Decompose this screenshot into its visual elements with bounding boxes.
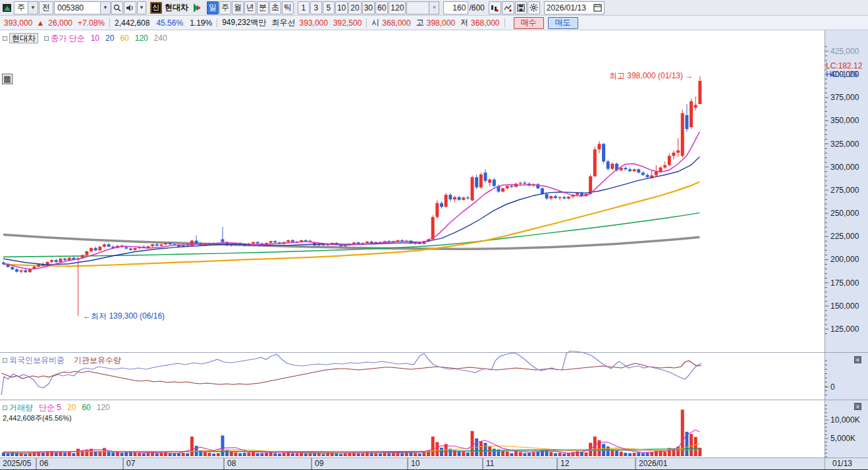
volume-bar [440, 448, 443, 456]
volume-bar [479, 441, 483, 456]
volume-bar [620, 452, 623, 456]
period-button-틱[interactable]: 틱 [282, 1, 294, 14]
close-volume-pane-icon[interactable]: × [854, 403, 861, 410]
gear-icon [529, 3, 538, 12]
period-button-월[interactable]: 월 [232, 1, 244, 14]
data-grid-icon[interactable]: ▦ [2, 74, 13, 84]
volume-bar [111, 452, 115, 456]
volume-bar [186, 453, 189, 456]
search-button[interactable] [111, 1, 123, 14]
volume-bar [182, 453, 185, 456]
interval-button-5[interactable]: 5 [323, 1, 335, 14]
month-label: 07 [126, 459, 136, 468]
high-annotation: 최고 398,000 (01/13) → [609, 71, 693, 80]
volume-bar [63, 453, 67, 456]
candle-body [90, 248, 93, 251]
volume-tick-label: 5,000K [830, 434, 855, 443]
volume-bar [20, 454, 23, 456]
lc-hc-readout: LC:182.12 HC:-1.26 [826, 62, 862, 79]
period-button-주[interactable]: 주 [219, 1, 231, 14]
volume-bar [633, 453, 636, 456]
period-button-초[interactable]: 초 [269, 1, 281, 14]
candle-body [466, 197, 470, 198]
chevron-down-icon[interactable]: ▼ [100, 2, 110, 14]
volume-bar [554, 453, 557, 456]
volume-bar [418, 454, 421, 456]
chevron-down-icon[interactable]: ▼ [28, 2, 38, 14]
price-tick-label: 325,000 [830, 140, 859, 149]
best-bid: 393,000 [300, 18, 328, 28]
new-stock-badge: 신 [150, 2, 162, 14]
candle-body [151, 244, 154, 246]
candle-body [458, 197, 461, 199]
volume-bar [361, 453, 364, 456]
sound-dropdown[interactable]: ▼ [137, 1, 146, 14]
volume-bar [278, 454, 281, 456]
candle-body [510, 186, 513, 187]
mid-zero-label: 0 [830, 382, 835, 392]
sell-button[interactable]: 매도 [548, 17, 578, 29]
candle-body [659, 167, 663, 171]
candle-body [304, 240, 308, 241]
stock-code-combo[interactable]: 005380 ▼ [54, 1, 111, 14]
volume-bar [116, 452, 119, 456]
candle-body [681, 113, 684, 156]
volume-bar [584, 452, 587, 456]
candle-body [20, 271, 23, 272]
interval-button-120[interactable]: 120 [389, 1, 406, 14]
candle-body [273, 241, 277, 242]
empty-combo[interactable]: ▼ [406, 1, 439, 14]
volume-bar [400, 453, 404, 456]
buy-button[interactable]: 매수 [514, 17, 544, 29]
hc-value: HC:-1.26 [826, 70, 862, 79]
interval-button-10[interactable]: 10 [335, 1, 348, 14]
volume-bar [260, 453, 263, 456]
volume-bar [68, 452, 71, 456]
volume-bar [283, 453, 286, 456]
candle-body [159, 244, 163, 246]
volume-bar [532, 452, 535, 456]
period-button-일[interactable]: 일 [207, 1, 219, 14]
volume-bar [159, 453, 163, 456]
interval-button-60[interactable]: 60 [375, 1, 388, 14]
volume-bar [624, 453, 627, 456]
volume-bar [431, 436, 435, 456]
volume-bar [296, 453, 299, 456]
volume-bar [225, 450, 229, 456]
jeon-button[interactable]: 전 [39, 1, 53, 14]
interval-button-1[interactable]: 1 [298, 1, 310, 14]
volume-bar [317, 454, 321, 456]
interval-button-20[interactable]: 20 [348, 1, 361, 14]
volume-bar [7, 453, 10, 456]
candle-body [55, 260, 58, 262]
candle-body [445, 195, 448, 207]
price-chart[interactable]: 400,000375,000350,000325,000300,000275,0… [0, 30, 868, 470]
volume-bar [681, 409, 684, 456]
chevron-down-icon[interactable]: ▼ [429, 2, 439, 14]
volume-bar [252, 452, 255, 456]
volume-bar [501, 451, 504, 456]
close-holdings-pane-icon[interactable]: × [854, 356, 861, 363]
period-type-combo[interactable]: 주 ▼ [14, 1, 38, 14]
sound-button[interactable] [124, 1, 136, 14]
volume-bar [528, 453, 531, 456]
candle-body [107, 244, 111, 247]
indicator-add-button[interactable] [502, 1, 514, 14]
period-button-분[interactable]: 분 [257, 1, 269, 14]
interval-button-3[interactable]: 3 [310, 1, 322, 14]
date-input[interactable]: 2026/01/13 [544, 1, 605, 14]
interval-button-30[interactable]: 30 [362, 1, 375, 14]
volume-bar [138, 453, 141, 456]
period-button-년[interactable]: 년 [244, 1, 256, 14]
volume-bar [641, 453, 645, 456]
stock-name: 현대차 [163, 2, 190, 13]
save-button[interactable] [515, 1, 527, 14]
volume-bar [238, 453, 242, 456]
settings-button[interactable] [528, 1, 540, 14]
bar-count-input[interactable]: 160 [443, 1, 468, 14]
compare-button[interactable] [489, 1, 501, 14]
turnover-ratio: 1.19% [190, 18, 212, 28]
volume-bar [76, 449, 80, 456]
candle-body [286, 240, 290, 242]
chart-window-icon[interactable] [1, 2, 13, 14]
